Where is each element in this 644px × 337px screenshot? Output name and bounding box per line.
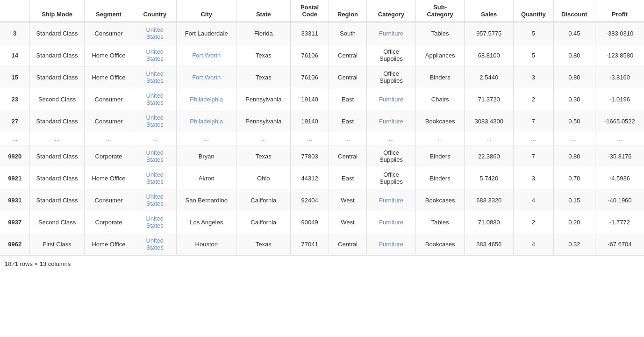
cell-index: 15 (0, 66, 30, 88)
cell-category: Furniture (367, 233, 416, 255)
cell-sales: 2.5440 (465, 66, 514, 88)
cell-postal: 19140 (291, 110, 329, 132)
cell-subCategory: Chairs (415, 88, 465, 110)
cell-city: Philadelphia (177, 110, 236, 132)
col-header-city[interactable]: City (177, 0, 236, 22)
col-header-discount[interactable]: Discount (553, 0, 595, 22)
cell-subCategory: Bookcases (415, 189, 465, 211)
cell-sales: 5.7420 (465, 167, 514, 189)
col-header-category[interactable]: Category (367, 0, 416, 22)
col-header-sales[interactable]: Sales (465, 0, 514, 22)
cell-quantity: 3 (514, 66, 554, 88)
cell-segment: Home Office (84, 233, 133, 255)
data-table-container: Ship Mode Segment Country City State Pos… (0, 0, 644, 272)
cell-country: ... (133, 132, 177, 145)
col-header-region[interactable]: Region (329, 0, 366, 22)
cell-postal: 44312 (291, 167, 329, 189)
cell-sales: 683.3320 (465, 189, 514, 211)
cell-country: United States (133, 44, 177, 66)
cell-city: San Bernardino (177, 189, 236, 211)
cell-shipMode: Standard Class (30, 22, 84, 44)
cell-segment: Consumer (84, 110, 133, 132)
col-header-profit[interactable]: Profit (595, 0, 644, 22)
cell-state: Pennsylvania (236, 88, 291, 110)
cell-postal: 76106 (291, 44, 329, 66)
cell-category: Office Supplies (367, 167, 416, 189)
col-header-postal[interactable]: Postal Code (291, 0, 329, 22)
cell-region: East (329, 110, 366, 132)
cell-quantity: 2 (514, 88, 554, 110)
cell-discount: 0.80 (553, 145, 595, 167)
cell-category: Furniture (367, 211, 416, 233)
cell-index: 3 (0, 22, 30, 44)
cell-subCategory: Tables (415, 22, 465, 44)
col-header-segment[interactable]: Segment (84, 0, 133, 22)
cell-discount: 0.70 (553, 167, 595, 189)
cell-shipMode: Second Class (30, 211, 84, 233)
cell-profit: -1.0196 (595, 88, 644, 110)
cell-region: South (329, 22, 366, 44)
cell-index: ... (0, 132, 30, 145)
col-header-index (0, 0, 30, 22)
cell-region: West (329, 189, 366, 211)
cell-quantity: 7 (514, 110, 554, 132)
cell-city: Fort Worth (177, 44, 236, 66)
cell-profit: -383.0310 (595, 22, 644, 44)
cell-segment: Consumer (84, 22, 133, 44)
cell-discount: 0.15 (553, 189, 595, 211)
cell-region: Central (329, 233, 366, 255)
col-header-shipmode[interactable]: Ship Mode (30, 0, 84, 22)
cell-postal: 77803 (291, 145, 329, 167)
cell-category: Furniture (367, 189, 416, 211)
cell-profit: -3.8160 (595, 66, 644, 88)
cell-country: United States (133, 88, 177, 110)
col-header-country[interactable]: Country (133, 0, 177, 22)
cell-subCategory: Bookcases (415, 110, 465, 132)
table-row: 14Standard ClassHome OfficeUnited States… (0, 44, 644, 66)
cell-city: Fort Lauderdale (177, 22, 236, 44)
cell-discount: 0.20 (553, 211, 595, 233)
cell-quantity: 4 (514, 189, 554, 211)
cell-segment: Consumer (84, 189, 133, 211)
cell-quantity: ... (514, 132, 554, 145)
cell-postal: 76106 (291, 66, 329, 88)
cell-index: 23 (0, 88, 30, 110)
cell-discount: 0.30 (553, 88, 595, 110)
cell-state: ... (236, 132, 291, 145)
table-row: ........................................… (0, 132, 644, 145)
table-row: 9921Standard ClassHome OfficeUnited Stat… (0, 167, 644, 189)
cell-state: Texas (236, 145, 291, 167)
cell-subCategory: Tables (415, 211, 465, 233)
cell-state: California (236, 211, 291, 233)
cell-shipMode: First Class (30, 233, 84, 255)
cell-sales: 22.3860 (465, 145, 514, 167)
cell-state: Florida (236, 22, 291, 44)
cell-state: Texas (236, 233, 291, 255)
cell-shipMode: Standard Class (30, 189, 84, 211)
col-header-state[interactable]: State (236, 0, 291, 22)
cell-region: Central (329, 44, 366, 66)
cell-region: Central (329, 66, 366, 88)
cell-quantity: 5 (514, 22, 554, 44)
col-header-subcategory[interactable]: Sub-Category (415, 0, 465, 22)
cell-shipMode: Second Class (30, 88, 84, 110)
col-header-quantity[interactable]: Quantity (514, 0, 554, 22)
cell-shipMode: Standard Class (30, 167, 84, 189)
table-row: 23Second ClassConsumerUnited StatesPhila… (0, 88, 644, 110)
cell-postal: 92404 (291, 189, 329, 211)
cell-category: Office Supplies (367, 145, 416, 167)
cell-city: Bryan (177, 145, 236, 167)
cell-profit: -67.6704 (595, 233, 644, 255)
cell-category: Office Supplies (367, 44, 416, 66)
cell-subCategory: ... (415, 132, 465, 145)
cell-category: Furniture (367, 110, 416, 132)
cell-shipMode: Standard Class (30, 110, 84, 132)
cell-shipMode: ... (30, 132, 84, 145)
cell-quantity: 5 (514, 44, 554, 66)
table-row: 3Standard ClassConsumerUnited StatesFort… (0, 22, 644, 44)
cell-discount: 0.80 (553, 66, 595, 88)
cell-category: Furniture (367, 22, 416, 44)
table-row: 9937Second ClassCorporateUnited StatesLo… (0, 211, 644, 233)
cell-country: United States (133, 211, 177, 233)
cell-subCategory: Binders (415, 66, 465, 88)
